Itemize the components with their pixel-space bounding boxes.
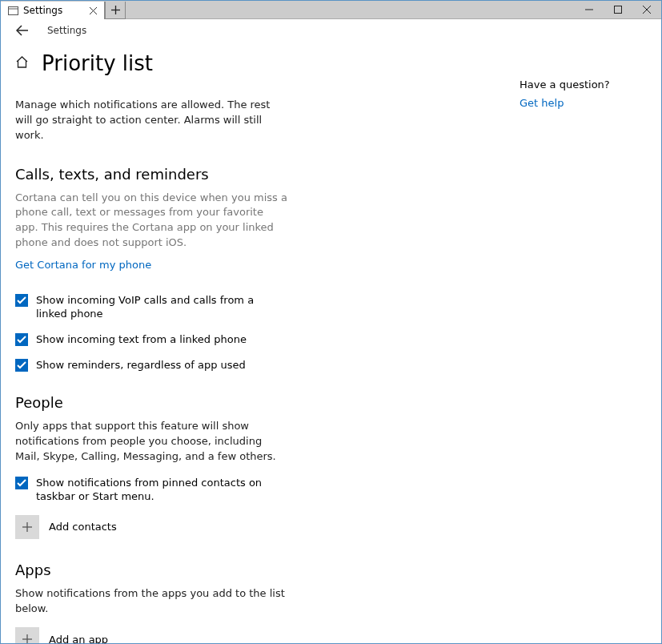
option-pinned-contacts-label: Show notifications from pinned contacts … bbox=[36, 476, 287, 504]
add-app-label: Add an app bbox=[49, 634, 108, 644]
section-people-heading: People bbox=[15, 394, 287, 411]
window-titlebar: Settings bbox=[1, 1, 661, 19]
intro-text: Manage which notifications are allowed. … bbox=[15, 98, 287, 143]
option-text-label: Show incoming text from a linked phone bbox=[36, 332, 247, 347]
get-cortana-link[interactable]: Get Cortana for my phone bbox=[15, 259, 151, 271]
settings-window-icon bbox=[7, 5, 18, 16]
tab-title: Settings bbox=[23, 5, 82, 16]
window-minimize-button[interactable] bbox=[575, 1, 604, 18]
new-tab-button[interactable] bbox=[105, 2, 126, 19]
section-apps-desc: Show notifications from the apps you add… bbox=[15, 586, 287, 617]
page-header: Priority list bbox=[15, 51, 495, 75]
main-column: Priority list Manage which notifications… bbox=[15, 51, 495, 644]
tab-close-button[interactable] bbox=[86, 4, 99, 17]
option-text[interactable]: Show incoming text from a linked phone bbox=[15, 332, 287, 347]
add-app-button[interactable] bbox=[15, 627, 39, 644]
add-app-row: Add an app bbox=[15, 627, 287, 644]
section-apps-heading: Apps bbox=[15, 561, 287, 578]
section-calls: Calls, texts, and reminders Cortana can … bbox=[15, 166, 287, 372]
option-pinned-contacts[interactable]: Show notifications from pinned contacts … bbox=[15, 476, 287, 504]
side-column: Have a question? Get help bbox=[520, 51, 647, 644]
content-area: Priority list Manage which notifications… bbox=[1, 42, 661, 644]
section-apps: Apps Show notifications from the apps yo… bbox=[15, 561, 287, 644]
window-maximize-button[interactable] bbox=[604, 1, 632, 18]
home-icon[interactable] bbox=[15, 55, 29, 71]
svg-rect-0 bbox=[8, 6, 18, 14]
get-help-link[interactable]: Get help bbox=[520, 97, 564, 109]
option-reminders-label: Show reminders, regardless of app used bbox=[36, 358, 246, 372]
add-contacts-label: Add contacts bbox=[49, 521, 117, 533]
intro-section: Manage which notifications are allowed. … bbox=[15, 98, 287, 143]
titlebar-drag-area bbox=[126, 1, 575, 18]
tab-settings[interactable]: Settings bbox=[1, 2, 105, 19]
checkbox-checked-icon bbox=[15, 359, 28, 372]
section-people: People Only apps that support this featu… bbox=[15, 394, 287, 539]
add-contacts-button[interactable] bbox=[15, 515, 39, 539]
checkbox-checked-icon bbox=[15, 333, 28, 346]
svg-rect-7 bbox=[615, 6, 622, 14]
section-people-desc: Only apps that support this feature will… bbox=[15, 419, 287, 465]
section-calls-desc: Cortana can tell you on this device when… bbox=[15, 191, 287, 251]
window-close-button[interactable] bbox=[632, 1, 661, 18]
option-voip[interactable]: Show incoming VoIP calls and calls from … bbox=[15, 293, 287, 321]
window-controls bbox=[575, 1, 661, 18]
breadcrumb: Settings bbox=[47, 25, 86, 36]
checkbox-checked-icon bbox=[15, 477, 28, 489]
option-voip-label: Show incoming VoIP calls and calls from … bbox=[36, 293, 287, 321]
option-reminders[interactable]: Show reminders, regardless of app used bbox=[15, 358, 287, 372]
section-calls-heading: Calls, texts, and reminders bbox=[15, 166, 287, 183]
help-question: Have a question? bbox=[520, 78, 647, 91]
back-button[interactable] bbox=[15, 23, 30, 38]
add-contacts-row: Add contacts bbox=[15, 515, 287, 539]
nav-row: Settings bbox=[1, 19, 661, 42]
page-title: Priority list bbox=[42, 51, 153, 75]
checkbox-checked-icon bbox=[15, 294, 28, 307]
